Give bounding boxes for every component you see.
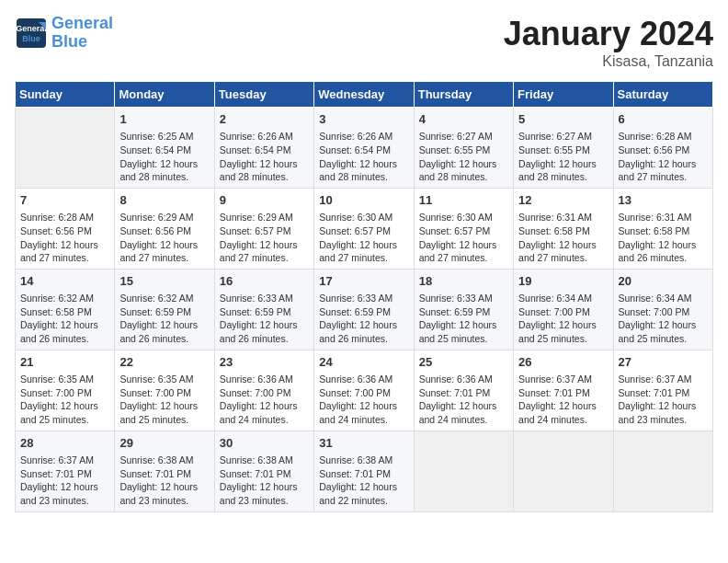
day-content: Sunrise: 6:25 AM Sunset: 6:54 PM Dayligh…: [119, 130, 209, 184]
day-number: 20: [619, 273, 708, 290]
day-number: 24: [319, 354, 408, 371]
calendar-cell: 22Sunrise: 6:35 AM Sunset: 7:00 PM Dayli…: [115, 350, 214, 431]
day-content: Sunrise: 6:31 AM Sunset: 6:58 PM Dayligh…: [619, 211, 708, 265]
day-number: 3: [319, 111, 408, 128]
day-number: 10: [319, 192, 408, 209]
day-content: Sunrise: 6:38 AM Sunset: 7:01 PM Dayligh…: [119, 454, 209, 508]
day-content: Sunrise: 6:35 AM Sunset: 7:00 PM Dayligh…: [20, 373, 109, 427]
calendar-cell: 28Sunrise: 6:37 AM Sunset: 7:01 PM Dayli…: [16, 431, 115, 511]
week-row: 21Sunrise: 6:35 AM Sunset: 7:00 PM Dayli…: [16, 350, 713, 431]
calendar-cell: 3Sunrise: 6:26 AM Sunset: 6:54 PM Daylig…: [314, 108, 414, 189]
calendar-cell: 11Sunrise: 6:30 AM Sunset: 6:57 PM Dayli…: [414, 188, 513, 269]
day-number: 22: [119, 354, 209, 371]
calendar-header: SundayMondayTuesdayWednesdayThursdayFrid…: [16, 82, 713, 108]
day-number: 25: [419, 354, 508, 371]
day-content: Sunrise: 6:31 AM Sunset: 6:58 PM Dayligh…: [518, 211, 608, 265]
month-title: January 2024: [504, 15, 713, 53]
calendar-cell: 23Sunrise: 6:36 AM Sunset: 7:00 PM Dayli…: [214, 350, 313, 431]
day-content: Sunrise: 6:36 AM Sunset: 7:00 PM Dayligh…: [220, 373, 309, 427]
day-number: 30: [220, 435, 309, 452]
calendar-cell: [16, 108, 115, 189]
day-number: 29: [119, 435, 209, 452]
day-content: Sunrise: 6:33 AM Sunset: 6:59 PM Dayligh…: [419, 292, 508, 346]
logo-icon: General Blue: [15, 17, 48, 50]
day-content: Sunrise: 6:26 AM Sunset: 6:54 PM Dayligh…: [319, 130, 408, 184]
day-number: 21: [20, 354, 109, 371]
day-content: Sunrise: 6:37 AM Sunset: 7:01 PM Dayligh…: [20, 454, 109, 508]
day-number: 4: [419, 111, 508, 128]
day-content: Sunrise: 6:30 AM Sunset: 6:57 PM Dayligh…: [319, 211, 408, 265]
calendar-cell: 2Sunrise: 6:26 AM Sunset: 6:54 PM Daylig…: [214, 108, 313, 189]
day-number: 23: [220, 354, 309, 371]
page-header: General Blue General Blue January 2024 K…: [15, 15, 713, 70]
week-row: 28Sunrise: 6:37 AM Sunset: 7:01 PM Dayli…: [16, 431, 713, 511]
day-number: 28: [20, 435, 109, 452]
day-number: 27: [619, 354, 708, 371]
day-content: Sunrise: 6:28 AM Sunset: 6:56 PM Dayligh…: [20, 211, 109, 265]
calendar-cell: 18Sunrise: 6:33 AM Sunset: 6:59 PM Dayli…: [414, 269, 513, 350]
calendar-cell: 14Sunrise: 6:32 AM Sunset: 6:58 PM Dayli…: [16, 269, 115, 350]
day-number: 17: [319, 273, 408, 290]
calendar-cell: [414, 431, 513, 511]
calendar-cell: 7Sunrise: 6:28 AM Sunset: 6:56 PM Daylig…: [16, 188, 115, 269]
calendar-cell: 21Sunrise: 6:35 AM Sunset: 7:00 PM Dayli…: [16, 350, 115, 431]
day-number: 31: [319, 435, 408, 452]
day-content: Sunrise: 6:27 AM Sunset: 6:55 PM Dayligh…: [419, 130, 508, 184]
day-content: Sunrise: 6:38 AM Sunset: 7:01 PM Dayligh…: [220, 454, 309, 508]
day-number: 15: [119, 273, 209, 290]
svg-text:Blue: Blue: [22, 34, 40, 43]
calendar-cell: 4Sunrise: 6:27 AM Sunset: 6:55 PM Daylig…: [414, 108, 513, 189]
day-content: Sunrise: 6:34 AM Sunset: 7:00 PM Dayligh…: [518, 292, 608, 346]
calendar-cell: 20Sunrise: 6:34 AM Sunset: 7:00 PM Dayli…: [613, 269, 712, 350]
day-content: Sunrise: 6:38 AM Sunset: 7:01 PM Dayligh…: [319, 454, 408, 508]
day-number: 16: [220, 273, 309, 290]
title-section: January 2024 Kisasa, Tanzania: [504, 15, 713, 70]
day-number: 5: [518, 111, 608, 128]
day-number: 2: [220, 111, 309, 128]
calendar-cell: 31Sunrise: 6:38 AM Sunset: 7:01 PM Dayli…: [314, 431, 414, 511]
day-content: Sunrise: 6:28 AM Sunset: 6:56 PM Dayligh…: [619, 130, 708, 184]
day-content: Sunrise: 6:27 AM Sunset: 6:55 PM Dayligh…: [518, 130, 608, 184]
day-content: Sunrise: 6:32 AM Sunset: 6:58 PM Dayligh…: [20, 292, 109, 346]
location: Kisasa, Tanzania: [504, 53, 713, 70]
header-wednesday: Wednesday: [314, 82, 414, 108]
day-number: 13: [619, 192, 708, 209]
header-sunday: Sunday: [16, 82, 115, 108]
header-saturday: Saturday: [613, 82, 712, 108]
day-number: 6: [619, 111, 708, 128]
header-friday: Friday: [514, 82, 613, 108]
day-content: Sunrise: 6:33 AM Sunset: 6:59 PM Dayligh…: [220, 292, 309, 346]
day-number: 9: [220, 192, 309, 209]
day-number: 11: [419, 192, 508, 209]
calendar-cell: 12Sunrise: 6:31 AM Sunset: 6:58 PM Dayli…: [514, 188, 613, 269]
header-tuesday: Tuesday: [214, 82, 313, 108]
calendar-cell: 10Sunrise: 6:30 AM Sunset: 6:57 PM Dayli…: [314, 188, 414, 269]
calendar-cell: 30Sunrise: 6:38 AM Sunset: 7:01 PM Dayli…: [214, 431, 313, 511]
logo-line2: Blue: [51, 32, 87, 51]
week-row: 7Sunrise: 6:28 AM Sunset: 6:56 PM Daylig…: [16, 188, 713, 269]
calendar-cell: 6Sunrise: 6:28 AM Sunset: 6:56 PM Daylig…: [613, 108, 712, 189]
day-content: Sunrise: 6:32 AM Sunset: 6:59 PM Dayligh…: [119, 292, 209, 346]
day-content: Sunrise: 6:26 AM Sunset: 6:54 PM Dayligh…: [220, 130, 309, 184]
day-content: Sunrise: 6:29 AM Sunset: 6:56 PM Dayligh…: [119, 211, 209, 265]
day-number: 18: [419, 273, 508, 290]
header-monday: Monday: [115, 82, 214, 108]
calendar-cell: 17Sunrise: 6:33 AM Sunset: 6:59 PM Dayli…: [314, 269, 414, 350]
day-number: 8: [119, 192, 209, 209]
day-content: Sunrise: 6:37 AM Sunset: 7:01 PM Dayligh…: [518, 373, 608, 427]
calendar-table: SundayMondayTuesdayWednesdayThursdayFrid…: [15, 81, 713, 512]
day-number: 1: [119, 111, 209, 128]
calendar-cell: 27Sunrise: 6:37 AM Sunset: 7:01 PM Dayli…: [613, 350, 712, 431]
day-content: Sunrise: 6:36 AM Sunset: 7:01 PM Dayligh…: [419, 373, 508, 427]
day-content: Sunrise: 6:29 AM Sunset: 6:57 PM Dayligh…: [220, 211, 309, 265]
calendar-cell: 24Sunrise: 6:36 AM Sunset: 7:00 PM Dayli…: [314, 350, 414, 431]
day-content: Sunrise: 6:37 AM Sunset: 7:01 PM Dayligh…: [619, 373, 708, 427]
week-row: 14Sunrise: 6:32 AM Sunset: 6:58 PM Dayli…: [16, 269, 713, 350]
day-number: 14: [20, 273, 109, 290]
logo-line1: General: [51, 14, 113, 32]
calendar-cell: 15Sunrise: 6:32 AM Sunset: 6:59 PM Dayli…: [115, 269, 214, 350]
day-content: Sunrise: 6:36 AM Sunset: 7:00 PM Dayligh…: [319, 373, 408, 427]
calendar-cell: 16Sunrise: 6:33 AM Sunset: 6:59 PM Dayli…: [214, 269, 313, 350]
logo: General Blue General Blue: [15, 15, 113, 52]
calendar-cell: 29Sunrise: 6:38 AM Sunset: 7:01 PM Dayli…: [115, 431, 214, 511]
